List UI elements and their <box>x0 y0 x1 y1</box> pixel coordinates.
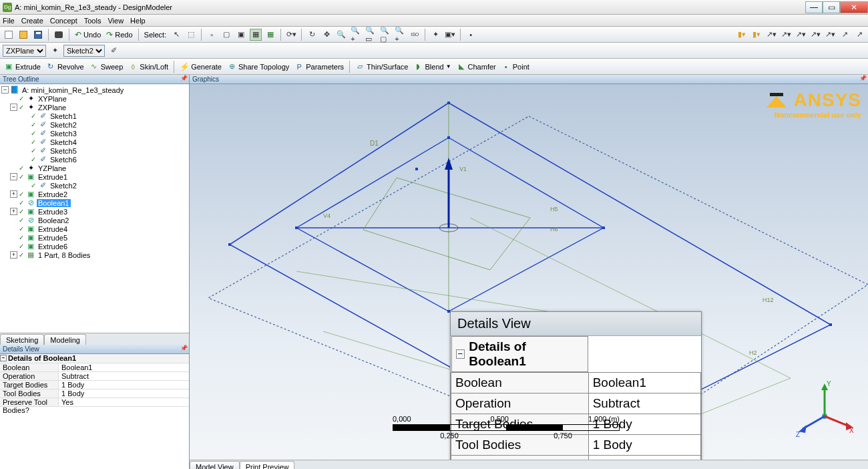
thin-button[interactable]: ▱Thin/Surface <box>355 62 408 71</box>
plane-arrow-button[interactable]: ✦ <box>49 45 61 57</box>
tab-sketching[interactable]: Sketching <box>0 334 44 345</box>
view-pt3[interactable]: ↗▾ <box>795 29 807 41</box>
orbit-button[interactable]: ⟳▾ <box>285 29 297 41</box>
ruler-button[interactable]: • <box>465 29 477 41</box>
redo-button[interactable]: ↶Redo <box>106 30 132 39</box>
menu-tools[interactable]: Tools <box>84 17 101 25</box>
lookat-button[interactable]: 🔍+ <box>394 29 406 41</box>
tree-item[interactable]: Sketch4 <box>49 138 78 146</box>
details-group-header[interactable]: Details of Boolean1 <box>8 354 76 363</box>
toggle-icon[interactable]: + <box>10 251 17 259</box>
tree-item[interactable]: XYPlane <box>37 95 68 103</box>
pin-icon[interactable]: 📌 <box>180 345 188 351</box>
tree-item[interactable]: Sketch6 <box>49 156 78 164</box>
tree-item[interactable]: YZPlane <box>37 164 67 172</box>
point-button[interactable]: •Point <box>501 62 529 71</box>
view-pt6[interactable]: ↗ <box>839 29 851 41</box>
view-pt7[interactable]: ↗ <box>853 29 865 41</box>
new-button[interactable] <box>3 29 15 41</box>
tab-model-view[interactable]: Model View <box>190 461 240 469</box>
sketch-arrow-button[interactable]: ✐ <box>107 45 120 57</box>
menu-view[interactable]: View <box>107 17 124 25</box>
tree-item[interactable]: Extrude3 <box>37 208 69 216</box>
display-model[interactable]: ▣▾ <box>444 29 456 41</box>
open-button[interactable] <box>17 29 29 41</box>
tree-item[interactable]: Sketch2 <box>49 182 78 190</box>
maximize-button[interactable]: ▭ <box>823 1 840 13</box>
extrude-button[interactable]: ▣Extrude <box>4 62 41 71</box>
tree-outline[interactable]: −📘A: mini_komin_Re_1e3_steady ✓✦XYPlane … <box>0 84 189 333</box>
revolve-button[interactable]: ↻Revolve <box>46 62 84 71</box>
filter-vertex[interactable]: ▫ <box>206 29 218 41</box>
pan-button[interactable]: ✥ <box>320 29 333 41</box>
view-pt5[interactable]: ↗▾ <box>824 29 836 41</box>
view-pt2[interactable]: ↗▾ <box>780 29 792 41</box>
toggle-icon[interactable]: + <box>10 190 17 198</box>
tab-modeling[interactable]: Modeling <box>44 334 86 345</box>
view-shade1[interactable]: ▮▾ <box>736 29 748 41</box>
tree-item[interactable]: Sketch1 <box>49 112 78 120</box>
view-pt4[interactable]: ↗▾ <box>809 29 821 41</box>
sketch-selector[interactable]: Sketch2 <box>63 45 105 57</box>
view-shade2[interactable]: ▮▾ <box>750 29 763 41</box>
generate-button[interactable]: ⚡Generate <box>180 62 222 71</box>
tree-item[interactable]: Extrude2 <box>37 190 69 198</box>
detail-value[interactable]: 1 Body <box>59 389 189 398</box>
select-cursor[interactable]: ↖ <box>170 29 182 41</box>
save-button[interactable] <box>32 29 44 41</box>
tree-root[interactable]: A: mini_komin_Re_1e3_steady <box>21 86 125 94</box>
zoom-entity-button[interactable]: 🔍▢ <box>379 29 391 41</box>
detail-value[interactable]: Subtract <box>59 372 189 380</box>
tab-print-preview[interactable]: Print Preview <box>240 461 295 469</box>
tree-item[interactable]: Extrude5 <box>37 234 69 242</box>
detail-value[interactable]: Yes <box>59 398 189 406</box>
iso-button[interactable]: ISO <box>409 29 421 41</box>
tree-item[interactable]: 1 Part, 8 Bodies <box>37 251 91 259</box>
tree-item[interactable]: ZXPlane <box>37 104 67 112</box>
zoom-fit-button[interactable]: 🔍▭ <box>365 29 377 41</box>
screenshot-button[interactable] <box>53 29 65 41</box>
display-plane[interactable]: ✦ <box>429 29 441 41</box>
rotate-button[interactable]: ↻ <box>306 29 318 41</box>
tree-item[interactable]: Extrude1 <box>37 173 69 181</box>
triad[interactable]: Y X Z <box>795 379 855 440</box>
chamfer-button[interactable]: ◣Chamfer <box>457 62 496 71</box>
tree-item[interactable]: Extrude6 <box>37 243 69 251</box>
plane-selector[interactable]: ZXPlane <box>3 45 46 57</box>
tree-item[interactable]: Extrude4 <box>37 225 69 233</box>
tree-item[interactable]: Sketch2 <box>49 121 78 129</box>
detail-value[interactable]: Boolean1 <box>59 363 189 371</box>
menu-help[interactable]: Help <box>130 17 146 25</box>
blend-button[interactable]: ◗Blend▼ <box>413 62 451 71</box>
tree-item[interactable]: Sketch3 <box>49 130 78 138</box>
tree-item[interactable]: Boolean2 <box>37 216 71 224</box>
undo-button[interactable]: ↶Undo <box>75 30 101 39</box>
detail-value[interactable]: 1 Body <box>59 381 189 389</box>
toggle-icon[interactable]: + <box>10 208 17 215</box>
pin-icon[interactable]: 📌 <box>859 75 867 82</box>
toggle-icon[interactable]: − <box>1 86 9 94</box>
close-button[interactable]: ✕ <box>840 1 868 13</box>
menu-create[interactable]: Create <box>21 17 43 25</box>
view-pt1[interactable]: ↗▾ <box>765 29 777 41</box>
minimize-button[interactable]: — <box>805 1 823 13</box>
menu-concept[interactable]: Concept <box>50 17 77 25</box>
menu-file[interactable]: File <box>3 17 15 25</box>
params-button[interactable]: PParameters <box>294 62 344 71</box>
details-grid[interactable]: −Details of Boolean1 BooleanBoolean1 Ope… <box>0 354 189 469</box>
tree-item-selected[interactable]: Boolean1 <box>37 199 71 207</box>
share-button[interactable]: ⊕Share Topology <box>227 62 289 71</box>
graphics-viewport[interactable]: D1 V4 H6 V1 H5 H12 H2 H13 ANSYS Noncomme… <box>190 84 868 460</box>
sweep-button[interactable]: ∿Sweep <box>89 62 124 71</box>
skin-button[interactable]: ◊Skin/Loft <box>128 62 168 71</box>
zoom-box-button[interactable]: 🔍+ <box>350 29 362 41</box>
toggle-icon[interactable]: − <box>10 104 17 111</box>
filter-edge[interactable]: ▢ <box>220 29 232 41</box>
toggle-icon[interactable]: − <box>10 173 17 180</box>
filter-body[interactable]: ▦ <box>250 29 262 41</box>
filter-face[interactable]: ▣ <box>235 29 247 41</box>
filter-part[interactable]: ▦ <box>264 29 276 41</box>
select-rect[interactable]: ⬚ <box>185 29 197 41</box>
tree-item[interactable]: Sketch5 <box>49 147 78 155</box>
pin-icon[interactable]: 📌 <box>180 75 188 82</box>
